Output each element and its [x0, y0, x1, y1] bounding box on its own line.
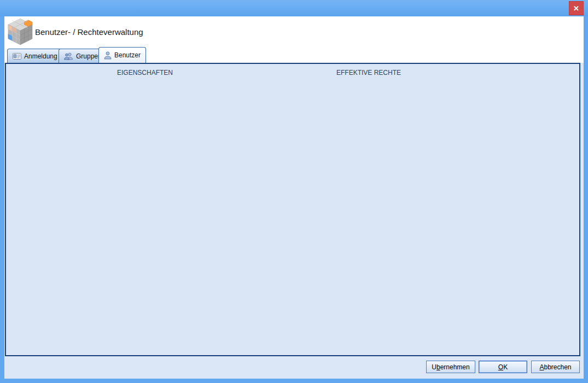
id-card-icon [13, 53, 21, 60]
apply-button[interactable]: Ubernehmen [426, 361, 475, 373]
rights-section-title: EFFEKTIVE RECHTE [334, 69, 403, 76]
title-bar[interactable] [0, 0, 588, 16]
dialog-title: Benutzer- / Rechteverwaltung [35, 16, 143, 47]
user-icon [104, 51, 112, 60]
tab-page-benutzer [5, 63, 580, 356]
cancel-label-mnemonic: A [539, 363, 544, 371]
cancel-label-post: bbrechen [544, 363, 571, 371]
tab-label: Gruppen [76, 52, 102, 60]
apply-label-pre: U [432, 363, 436, 371]
apply-label-mnemonic: b [436, 363, 440, 371]
tab-anmeldung[interactable]: Anmeldung [7, 49, 63, 63]
close-button[interactable]: ✕ [569, 1, 584, 15]
apply-label-post: ernehmen [440, 363, 470, 371]
users-icon [64, 52, 73, 60]
tab-label: Benutzer [114, 51, 141, 59]
ok-button[interactable]: OK [479, 361, 527, 373]
close-icon: ✕ [573, 4, 579, 13]
properties-section-title: EIGENSCHAFTEN [115, 69, 175, 76]
tab-label: Anmeldung [24, 52, 57, 60]
ok-label-mnemonic: O [498, 363, 503, 371]
tab-benutzer[interactable]: Benutzer [98, 47, 146, 63]
cancel-button[interactable]: Abbrechen [531, 361, 580, 373]
dialog-window: ✕ Benutzer- / Rechteverwaltung [0, 0, 588, 383]
app-logo-cube-icon [7, 17, 33, 47]
ok-label-post: K [503, 363, 508, 371]
